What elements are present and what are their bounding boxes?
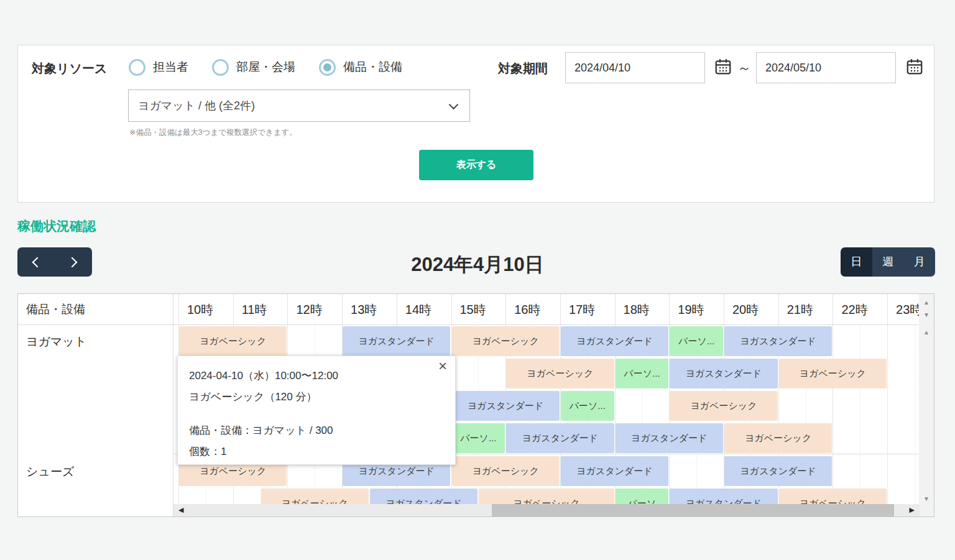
- close-icon[interactable]: ×: [438, 359, 447, 374]
- radio-label: 部屋・会場: [236, 59, 295, 75]
- page: 対象リソース 担当者部屋・会場備品・設備 ヨガマット / 他 (全2件) ※備品…: [0, 0, 955, 560]
- horizontal-scrollbar[interactable]: ◀ ▶: [173, 504, 920, 516]
- hour-header-cell: 12時: [287, 294, 342, 325]
- date-range-separator: ～: [737, 59, 751, 78]
- calendar-icon[interactable]: [905, 57, 924, 76]
- view-tab-0[interactable]: 日: [841, 247, 872, 277]
- hscroll-thumb[interactable]: [492, 504, 894, 516]
- scroll-up-icon[interactable]: ▲: [919, 299, 934, 306]
- hour-header-cell: 21時: [778, 294, 833, 325]
- hours-header: 10時11時12時13時14時15時16時17時18時19時20時21時22時2…: [173, 294, 920, 325]
- date-to-input[interactable]: 2024/05/10: [756, 52, 896, 83]
- radio-label: 備品・設備: [343, 59, 402, 75]
- hour-header-cell: 23時: [887, 294, 920, 325]
- tooltip-resource: 備品・設備：ヨガマット / 300: [189, 423, 333, 438]
- schedule-block[interactable]: ヨガスタンダード: [670, 359, 777, 388]
- resource-radio-group: 担当者部屋・会場備品・設備: [129, 57, 402, 78]
- schedule-block[interactable]: ヨガベーシック: [452, 326, 560, 356]
- radio-label: 担当者: [153, 59, 188, 75]
- radio-icon: [129, 59, 145, 76]
- schedule-block[interactable]: パーソ...: [452, 423, 505, 453]
- resource-radio-2[interactable]: 備品・設備: [319, 59, 402, 76]
- tooltip-datetime: 2024-04-10（水）10:00〜12:00: [189, 369, 338, 383]
- schedule-block[interactable]: ヨガスタンダード: [561, 326, 668, 356]
- vertical-scrollbar[interactable]: ▲▼▲▼: [919, 294, 934, 516]
- view-tab-2[interactable]: 月: [903, 247, 935, 277]
- radio-icon: [212, 59, 229, 76]
- schedule-block[interactable]: ヨガベーシック: [506, 359, 614, 388]
- schedule-block[interactable]: ヨガベーシック: [670, 391, 777, 421]
- lane: ヨガベーシックヨガスタンダードヨガベーシックヨガスタンダードパーソ...ヨガスタ…: [173, 325, 920, 357]
- filter-panel: 対象リソース 担当者部屋・会場備品・設備 ヨガマット / 他 (全2件) ※備品…: [17, 45, 934, 203]
- view-toggle: 日週月: [841, 247, 935, 277]
- date-to-value: 2024/05/10: [765, 62, 821, 74]
- scroll-down-icon[interactable]: ▼: [919, 495, 934, 502]
- schedule-block[interactable]: パーソ...: [670, 326, 723, 356]
- view-tab-1[interactable]: 週: [872, 247, 904, 277]
- hour-header-cell: 15時: [451, 294, 506, 325]
- scroll-right-icon[interactable]: ▶: [910, 506, 915, 514]
- resource-filter-label: 対象リソース: [32, 60, 107, 77]
- hour-header-cell: 18時: [615, 294, 670, 325]
- hour-header-cell: 11時: [233, 294, 288, 325]
- schedule-block[interactable]: ヨガスタンダード: [452, 391, 560, 421]
- hour-header-cell: 10時: [178, 294, 233, 325]
- scroll-left-icon[interactable]: ◀: [178, 506, 183, 514]
- hour-header-cell: 13時: [342, 294, 397, 325]
- date-from-value: 2024/04/10: [574, 62, 630, 74]
- hour-header-cell: 19時: [669, 294, 724, 325]
- period-label: 対象期間: [498, 60, 548, 77]
- section-heading: 稼働状況確認: [17, 218, 96, 235]
- hour-header-cell: 20時: [724, 294, 778, 325]
- hour-header-cell: 16時: [505, 294, 560, 325]
- schedule-block[interactable]: ヨガスタンダード: [724, 456, 832, 486]
- resource-label: シューズ: [18, 455, 173, 480]
- resource-labels-column: ヨガマットシューズ: [18, 325, 173, 516]
- radio-selected-icon: [319, 59, 336, 76]
- event-tooltip: × 2024-04-10（水）10:00〜12:00 ヨガベーシック（120 分…: [177, 356, 456, 465]
- hour-header-cell: 17時: [560, 294, 615, 325]
- schedule-block[interactable]: ヨガスタンダード: [343, 326, 450, 356]
- schedule-block[interactable]: ヨガスタンダード: [561, 456, 668, 486]
- schedule-block[interactable]: パーソ...: [561, 391, 614, 421]
- schedule-block[interactable]: ヨガベーシック: [724, 423, 832, 453]
- schedule-block[interactable]: ヨガスタンダード: [506, 423, 614, 453]
- current-date-title: 2024年4月10日: [0, 252, 955, 278]
- resource-dropdown[interactable]: ヨガマット / 他 (全2件): [128, 90, 470, 122]
- tooltip-event-name: ヨガベーシック（120 分）: [189, 390, 316, 404]
- schedule-block[interactable]: ヨガベーシック: [179, 326, 287, 356]
- resource-label: ヨガマット: [18, 325, 173, 350]
- schedule-block[interactable]: ヨガスタンダード: [724, 326, 832, 356]
- chevron-down-icon: [449, 100, 459, 110]
- scroll-down-icon[interactable]: ▼: [919, 311, 934, 318]
- tooltip-quantity: 個数：1: [189, 444, 226, 459]
- calendar-icon[interactable]: [714, 57, 732, 76]
- hour-header-cell: 22時: [833, 294, 887, 325]
- schedule-block[interactable]: パーソ...: [616, 359, 669, 388]
- resource-radio-0[interactable]: 担当者: [129, 59, 188, 76]
- schedule-grid: 備品・設備 10時11時12時13時14時15時16時17時18時19時20時2…: [17, 293, 934, 517]
- schedule-block[interactable]: ヨガベーシック: [452, 456, 560, 486]
- resource-dropdown-value: ヨガマット / 他 (全2件): [138, 99, 255, 112]
- resource-radio-1[interactable]: 部屋・会場: [212, 59, 295, 76]
- schedule-block[interactable]: ヨガスタンダード: [616, 423, 723, 453]
- hour-header-cell: 14時: [397, 294, 451, 325]
- multi-select-note: ※備品・設備は最大3つまで複数選択できます。: [129, 127, 297, 138]
- date-from-input[interactable]: 2024/04/10: [565, 52, 705, 83]
- grid-corner-label: 備品・設備: [18, 294, 173, 325]
- scroll-up-icon[interactable]: ▲: [919, 329, 934, 336]
- schedule-block[interactable]: ヨガベーシック: [779, 359, 887, 388]
- show-button[interactable]: 表示する: [419, 150, 533, 180]
